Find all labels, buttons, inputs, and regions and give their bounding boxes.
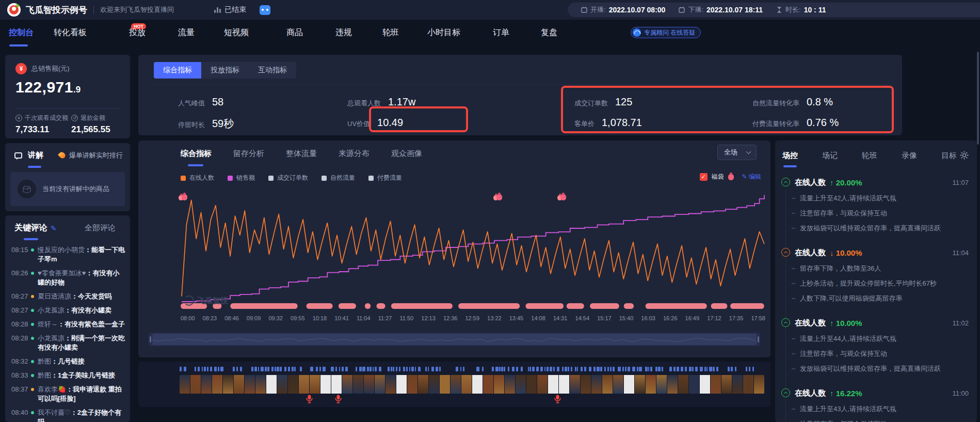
video-thumbnail[interactable] (190, 375, 201, 394)
fudai-event-segment[interactable] (230, 303, 297, 309)
video-thumbnail[interactable] (581, 375, 591, 394)
video-thumbnail[interactable] (624, 375, 634, 394)
fudai-event-segment[interactable] (730, 303, 764, 309)
gear-icon[interactable] (960, 151, 969, 160)
right-panel-tab[interactable]: 场控 (782, 151, 798, 161)
video-thumbnail[interactable] (310, 375, 320, 394)
video-thumbnail[interactable] (320, 375, 331, 394)
pencil-icon[interactable]: ✎ (51, 224, 57, 232)
legend-item[interactable]: 成交订单数 (268, 174, 308, 182)
video-thumbnail[interactable] (288, 375, 298, 394)
comment-row[interactable]: 08:26♥零食茶要加冰♥：有没有小罐的好物 (11, 269, 126, 287)
video-thumbnail[interactable] (548, 375, 558, 394)
collapse-chevron-icon[interactable] (781, 318, 790, 327)
video-thumbnail[interactable] (234, 375, 244, 394)
video-thumbnail[interactable] (732, 375, 743, 394)
nav-item-tab[interactable]: 短视频 (224, 27, 249, 38)
nav-item-tab[interactable]: 商品 (286, 27, 303, 38)
video-thumbnail[interactable] (678, 375, 688, 394)
comment-row[interactable]: 08:15慢反应的小萌货：能看一下电子琴m (11, 245, 126, 264)
video-thumbnail[interactable] (483, 375, 493, 394)
tab-all-comments[interactable]: 全部评论 (85, 223, 116, 233)
nav-item-tab[interactable]: 投放 (129, 27, 146, 38)
video-thumbnail[interactable] (656, 375, 667, 394)
legend-item[interactable]: 付费流量 (368, 174, 402, 182)
video-thumbnail[interactable] (689, 375, 699, 394)
comment-row[interactable]: 08:27夏日透清凉：今天发货吗 (11, 292, 126, 301)
edit-button[interactable]: ✎ 编辑 (742, 173, 761, 181)
fudai-event-segment[interactable] (307, 303, 333, 309)
nav-item-active[interactable]: 控制台 (9, 27, 34, 38)
video-thumbnail[interactable] (429, 375, 439, 394)
comment-row[interactable]: 08:32黔图：几号链接 (11, 357, 126, 366)
range-dropdown[interactable]: 全场 (717, 145, 757, 160)
video-thumbnail[interactable] (440, 375, 450, 394)
fudai-event-segment[interactable] (624, 303, 634, 309)
video-thumbnail[interactable] (407, 375, 417, 394)
video-thumbnail[interactable] (516, 375, 526, 394)
video-thumbnail[interactable] (667, 375, 678, 394)
tab-explain[interactable]: 讲解 (28, 150, 43, 160)
video-thumbnail[interactable] (212, 375, 222, 394)
collapse-chevron-icon[interactable] (781, 388, 790, 397)
video-thumbnail[interactable] (591, 375, 602, 394)
robot-assistant-icon[interactable] (260, 5, 270, 15)
video-thumbnail[interactable] (505, 375, 515, 394)
video-thumbnail[interactable] (364, 375, 374, 394)
fudai-event-segment[interactable] (458, 303, 520, 309)
video-thumbnail[interactable] (743, 375, 753, 394)
fudai-event-segment[interactable] (567, 303, 584, 309)
nav-item-tab[interactable]: 轮班 (382, 27, 399, 38)
fudai-event-segment[interactable] (646, 303, 707, 309)
collapse-chevron-icon[interactable] (781, 178, 790, 186)
fudai-checkbox[interactable]: ✓ (700, 173, 708, 181)
fudai-event-segment[interactable] (525, 303, 564, 309)
mic-marker-icon[interactable] (554, 395, 561, 403)
video-thumbnail[interactable] (180, 375, 190, 394)
lucky-bag-marker[interactable] (179, 194, 187, 200)
brush-handle-left[interactable] (150, 336, 151, 342)
video-thumbnail[interactable] (245, 375, 255, 394)
comment-list[interactable]: 08:15慢反应的小萌货：能看一下电子琴m08:26♥零食茶要加冰♥：有没有小罐… (11, 245, 126, 422)
video-thumbnail[interactable] (201, 375, 212, 394)
chart-tab[interactable]: 整体流量 (286, 149, 317, 159)
video-thumbnail[interactable] (559, 375, 569, 394)
comment-row[interactable]: 08:33黔图：1盒子美味几号链接 (11, 371, 126, 380)
video-thumbnail[interactable] (613, 375, 623, 394)
right-panel-tab[interactable]: 录像 (902, 151, 917, 161)
advisor-pill[interactable]: 专属顾问 在线答疑 (631, 27, 701, 38)
video-thumbnail[interactable] (418, 375, 428, 394)
video-thumbnail[interactable] (385, 375, 396, 394)
video-thumbnail[interactable] (494, 375, 504, 394)
video-thumbnail[interactable] (721, 375, 732, 394)
video-thumbnail[interactable] (472, 375, 483, 394)
comment-row[interactable]: 08:27小龙孤凉：有没有小罐卖 (11, 306, 126, 315)
fudai-event-segment[interactable] (711, 303, 728, 309)
comment-row[interactable]: 08:28煜轩～：有没有紫色盖一盒子 (11, 320, 126, 329)
comment-row[interactable]: 08:40我不讨薔♡：2盒子好物个有吗 (11, 408, 126, 422)
chart-tab[interactable]: 观众画像 (391, 149, 422, 159)
timeseries-chart[interactable] (181, 190, 765, 312)
fudai-event-segment[interactable] (377, 303, 385, 309)
metric-tab[interactable]: 互动指标 (249, 62, 296, 79)
chart-tab[interactable]: 来源分布 (339, 149, 369, 159)
nav-item-tab[interactable]: 小时目标 (427, 27, 460, 38)
right-panel-tab[interactable]: 轮班 (862, 151, 877, 161)
tab-key-comments[interactable]: 关键评论 (14, 223, 47, 233)
chart-tab[interactable]: 留存分析 (233, 149, 264, 159)
fudai-event-segment[interactable] (391, 303, 453, 309)
video-thumbnail[interactable] (526, 375, 537, 394)
video-thumbnail[interactable] (646, 375, 656, 394)
metric-tab[interactable]: 综合指标 (154, 62, 201, 79)
video-thumbnail[interactable] (375, 375, 385, 394)
hot-rank-link[interactable]: 爆单讲解实时排行 (69, 151, 123, 160)
nav-item-tab[interactable]: 转化看板HOT (54, 27, 87, 38)
collapse-chevron-icon[interactable] (781, 248, 790, 257)
comment-row[interactable]: 08:37喜欢李🍓：我申请退款 重拍可以吗[捂脸] (11, 385, 126, 403)
lucky-bag-marker[interactable] (557, 194, 566, 200)
video-thumbnail[interactable] (537, 375, 548, 394)
chart-tab[interactable]: 综合指标 (181, 149, 212, 159)
video-thumbnail[interactable] (461, 375, 472, 394)
video-thumbnail[interactable] (754, 375, 764, 394)
mic-marker-icon[interactable] (335, 395, 342, 403)
